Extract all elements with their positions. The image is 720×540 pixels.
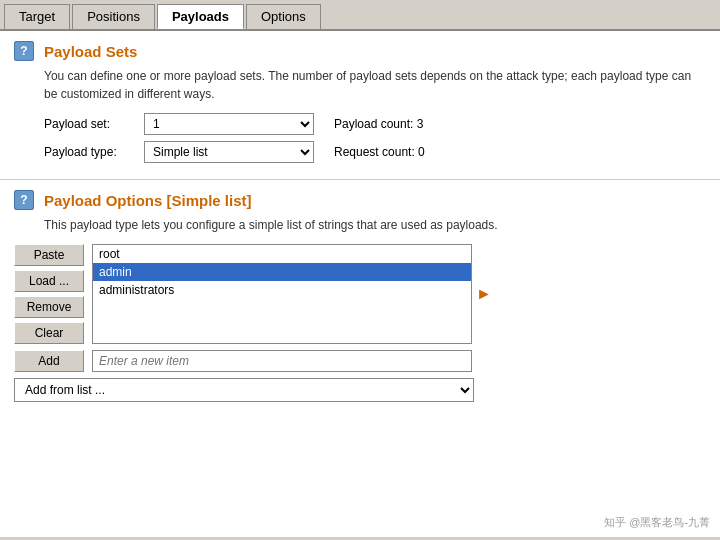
tab-target[interactable]: Target (4, 4, 70, 29)
load-button[interactable]: Load ... (14, 270, 84, 292)
add-from-list-select[interactable]: Add from list ... (14, 378, 474, 402)
payload-options-section: ? Payload Options [Simple list] This pay… (0, 180, 720, 412)
payload-sets-header: ? Payload Sets (14, 41, 706, 61)
main-content: ? Payload Sets You can define one or mor… (0, 31, 720, 537)
clear-button[interactable]: Clear (14, 322, 84, 344)
list-area: Paste Load ... Remove Clear root admin a… (14, 244, 706, 344)
tab-payloads[interactable]: Payloads (157, 4, 244, 29)
payload-options-header: ? Payload Options [Simple list] (14, 190, 706, 210)
add-button[interactable]: Add (14, 350, 84, 372)
add-item-row: Add (14, 350, 706, 372)
add-item-input[interactable] (92, 350, 472, 372)
tab-positions[interactable]: Positions (72, 4, 155, 29)
payload-list[interactable]: root admin administrators (92, 244, 472, 344)
payload-type-label: Payload type: (44, 145, 144, 159)
list-item[interactable]: admin (93, 263, 471, 281)
payload-sets-description: You can define one or more payload sets.… (44, 67, 706, 103)
watermark: 知乎 @黑客老鸟-九菁 (604, 515, 710, 530)
button-column: Paste Load ... Remove Clear (14, 244, 84, 344)
list-item[interactable]: root (93, 245, 471, 263)
payload-type-select[interactable]: Simple list Runtime file Custom iterator… (144, 141, 314, 163)
remove-button[interactable]: Remove (14, 296, 84, 318)
payload-options-description: This payload type lets you configure a s… (44, 216, 706, 234)
payload-set-row: Payload set: 1 2 Payload count: 3 (44, 113, 706, 135)
list-item[interactable]: administrators (93, 281, 471, 299)
list-arrow-indicator: ► (476, 244, 492, 344)
arrow-right-icon: ► (476, 285, 492, 303)
add-from-list-row: Add from list ... (14, 378, 706, 402)
payload-set-label: Payload set: (44, 117, 144, 131)
payload-options-help-icon[interactable]: ? (14, 190, 34, 210)
payload-type-row: Payload type: Simple list Runtime file C… (44, 141, 706, 163)
tab-options[interactable]: Options (246, 4, 321, 29)
paste-button[interactable]: Paste (14, 244, 84, 266)
payload-sets-help-icon[interactable]: ? (14, 41, 34, 61)
payload-options-title: Payload Options [Simple list] (44, 192, 252, 209)
payload-count-info: Payload count: 3 (334, 117, 423, 131)
payload-sets-section: ? Payload Sets You can define one or mor… (0, 31, 720, 180)
payload-sets-title: Payload Sets (44, 43, 137, 60)
tab-bar: Target Positions Payloads Options (0, 0, 720, 31)
payload-set-select[interactable]: 1 2 (144, 113, 314, 135)
request-count-info: Request count: 0 (334, 145, 425, 159)
